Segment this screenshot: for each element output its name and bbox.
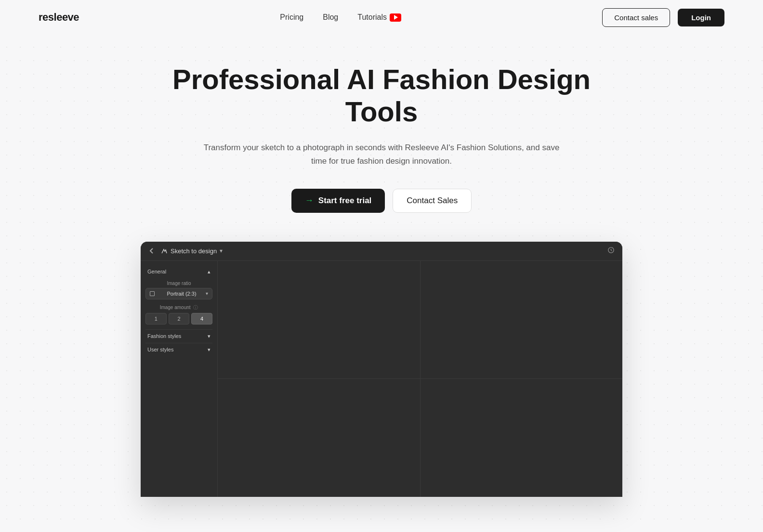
app-sidebar: General ▴ Image ratio Portrait (2:3) ▾ I… <box>141 261 218 497</box>
contact-sales-hero-button[interactable]: Contact Sales <box>393 189 472 213</box>
hero-cta: → Start free trial Contact Sales <box>291 189 472 213</box>
login-button[interactable]: Login <box>678 9 724 26</box>
tool-chevron-icon: ▾ <box>220 247 223 254</box>
app-titlebar: Sketch to design ▾ <box>141 242 622 261</box>
user-styles-chevron-icon: ▾ <box>208 347 210 353</box>
hero-subtitle: Transform your sketch to a photograph in… <box>198 141 565 167</box>
user-styles-section[interactable]: User styles ▾ <box>145 343 212 356</box>
grid-cell-1 <box>218 261 420 379</box>
info-icon: ⓘ <box>193 305 198 310</box>
image-amount-field: Image amount ⓘ 1 2 4 <box>145 304 212 324</box>
image-amount-label: Image amount ⓘ <box>145 304 212 311</box>
grid-cell-2 <box>421 261 623 379</box>
back-button[interactable] <box>148 247 155 254</box>
grid-cell-4 <box>421 379 623 497</box>
amount-2-button[interactable]: 2 <box>169 313 190 324</box>
start-trial-button[interactable]: → Start free trial <box>291 189 385 213</box>
ratio-chevron-icon: ▾ <box>206 291 208 296</box>
app-main-grid <box>218 261 622 497</box>
nav-links: Pricing Blog Tutorials <box>280 13 401 22</box>
tool-selector[interactable]: Sketch to design ▾ <box>161 247 223 255</box>
amount-row: 1 2 4 <box>145 313 212 324</box>
grid-cell-3 <box>218 379 420 497</box>
history-icon[interactable] <box>607 247 615 256</box>
nav-pricing[interactable]: Pricing <box>280 13 303 22</box>
youtube-icon <box>390 13 401 22</box>
nav-tutorials[interactable]: Tutorials <box>357 13 401 22</box>
general-section-header[interactable]: General ▴ <box>145 267 212 277</box>
nav-blog[interactable]: Blog <box>323 13 338 22</box>
brand-logo: resleeve <box>39 11 79 24</box>
amount-1-button[interactable]: 1 <box>145 313 167 324</box>
contact-sales-button[interactable]: Contact sales <box>602 8 670 27</box>
portrait-icon <box>150 291 155 296</box>
image-ratio-label: Image ratio <box>145 281 212 286</box>
app-preview: Sketch to design ▾ General ▴ <box>141 242 622 497</box>
hero-title: Professional AI Fashion Design Tools <box>165 64 598 128</box>
image-ratio-field: Image ratio Portrait (2:3) ▾ <box>145 281 212 299</box>
hero-section: Professional AI Fashion Design Tools Tra… <box>0 35 763 497</box>
fashion-styles-section[interactable]: Fashion styles ▾ <box>145 329 212 343</box>
general-chevron-icon: ▴ <box>208 269 210 275</box>
arrow-right-icon: → <box>305 195 314 206</box>
amount-4-button[interactable]: 4 <box>191 313 212 324</box>
image-ratio-dropdown[interactable]: Portrait (2:3) ▾ <box>145 288 212 299</box>
navbar: resleeve Pricing Blog Tutorials Contact … <box>0 0 763 35</box>
app-body: General ▴ Image ratio Portrait (2:3) ▾ I… <box>141 261 622 497</box>
fashion-styles-chevron-icon: ▾ <box>208 333 210 339</box>
navbar-actions: Contact sales Login <box>602 8 724 27</box>
